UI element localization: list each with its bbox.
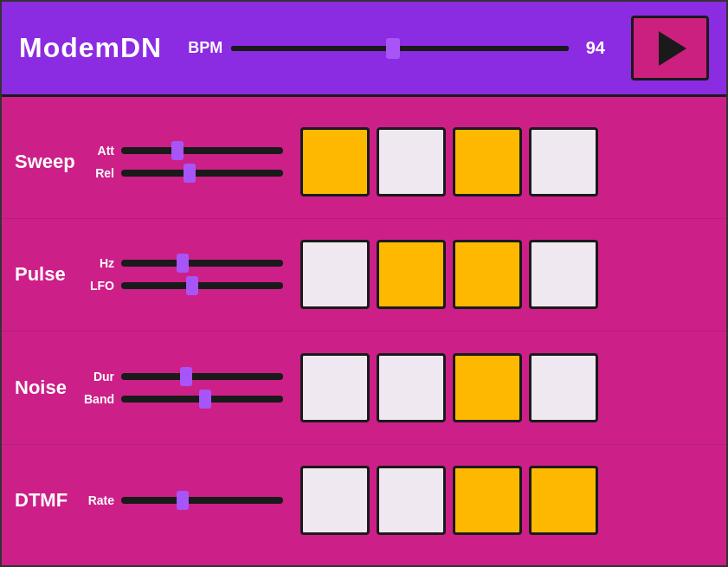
play-button[interactable]: [631, 16, 709, 81]
section-row-sweep: SweepAttRel: [2, 106, 726, 219]
bpm-label: BPM: [188, 39, 222, 57]
pads-group-dtmf: [300, 466, 598, 535]
slider-track-pulse-0[interactable]: [121, 260, 283, 267]
pad-pulse-1[interactable]: [377, 240, 446, 309]
slider-thumb-pulse-1[interactable]: [186, 276, 198, 295]
slider-thumb-noise-0[interactable]: [180, 367, 192, 386]
slider-row-pulse-0: Hz: [84, 256, 283, 270]
pad-sweep-0[interactable]: [300, 127, 370, 197]
slider-track-noise-0[interactable]: [121, 373, 283, 380]
bpm-value: 94: [586, 38, 605, 58]
bpm-slider[interactable]: [231, 46, 569, 51]
slider-thumb-sweep-1[interactable]: [184, 164, 196, 183]
slider-track-sweep-0[interactable]: [121, 147, 283, 154]
section-name-dtmf: DTMF: [15, 489, 84, 512]
sliders-group-sweep: AttRel: [84, 144, 283, 180]
pad-noise-0[interactable]: [300, 353, 370, 422]
pad-dtmf-3[interactable]: [529, 466, 598, 535]
slider-track-dtmf-0[interactable]: [121, 497, 283, 504]
slider-row-noise-0: Dur: [84, 370, 283, 383]
slider-thumb-sweep-0[interactable]: [171, 141, 184, 160]
slider-label-noise-0: Dur: [84, 370, 114, 383]
slider-label-pulse-1: LFO: [84, 279, 114, 293]
sliders-group-pulse: HzLFO: [84, 256, 283, 293]
slider-row-noise-1: Band: [84, 392, 283, 406]
section-row-dtmf: DTMFRate: [2, 445, 726, 557]
section-name-sweep: Sweep: [15, 151, 84, 173]
slider-row-sweep-1: Rel: [84, 166, 283, 180]
pad-sweep-1[interactable]: [377, 127, 446, 197]
pad-dtmf-0[interactable]: [300, 466, 370, 535]
sliders-group-noise: DurBand: [84, 370, 283, 406]
section-name-pulse: Pulse: [15, 263, 84, 286]
slider-row-sweep-0: Att: [84, 144, 283, 158]
slider-label-sweep-0: Att: [84, 144, 114, 158]
slider-track-noise-1[interactable]: [121, 396, 283, 403]
app-container: ModemDN BPM 94 SweepAttRelPulseHzLFONois…: [0, 0, 728, 567]
slider-label-sweep-1: Rel: [84, 166, 114, 180]
pad-sweep-2[interactable]: [453, 127, 522, 197]
slider-label-dtmf-0: Rate: [84, 493, 114, 507]
pad-dtmf-1[interactable]: [377, 466, 446, 535]
slider-thumb-pulse-0[interactable]: [177, 254, 189, 273]
pad-noise-3[interactable]: [529, 353, 598, 422]
main-content: SweepAttRelPulseHzLFONoiseDurBandDTMFRat…: [2, 97, 726, 565]
pad-noise-2[interactable]: [453, 353, 522, 422]
pad-noise-1[interactable]: [377, 353, 446, 422]
slider-track-sweep-1[interactable]: [121, 170, 283, 177]
bpm-thumb[interactable]: [386, 38, 400, 59]
pad-pulse-2[interactable]: [453, 240, 522, 309]
pads-group-noise: [300, 353, 598, 422]
slider-track-pulse-1[interactable]: [121, 282, 283, 289]
slider-row-pulse-1: LFO: [84, 279, 283, 293]
app-title: ModemDN: [19, 32, 162, 64]
section-row-pulse: PulseHzLFO: [2, 219, 726, 332]
pads-group-sweep: [300, 127, 598, 197]
pad-pulse-0[interactable]: [300, 240, 370, 309]
section-row-noise: NoiseDurBand: [2, 332, 726, 445]
slider-thumb-dtmf-0[interactable]: [177, 491, 189, 510]
pad-pulse-3[interactable]: [529, 240, 598, 309]
pad-sweep-3[interactable]: [529, 127, 598, 197]
section-name-noise: Noise: [15, 377, 84, 399]
pad-dtmf-2[interactable]: [453, 466, 522, 535]
header: ModemDN BPM 94: [2, 2, 726, 97]
slider-row-dtmf-0: Rate: [84, 493, 283, 507]
bpm-section: BPM 94: [188, 38, 605, 58]
pads-group-pulse: [300, 240, 598, 309]
slider-label-pulse-0: Hz: [84, 256, 114, 270]
slider-label-noise-1: Band: [84, 392, 114, 406]
bpm-slider-container[interactable]: [231, 46, 569, 51]
slider-thumb-noise-1[interactable]: [199, 390, 211, 409]
sliders-group-dtmf: Rate: [84, 493, 283, 507]
play-icon: [659, 31, 686, 66]
